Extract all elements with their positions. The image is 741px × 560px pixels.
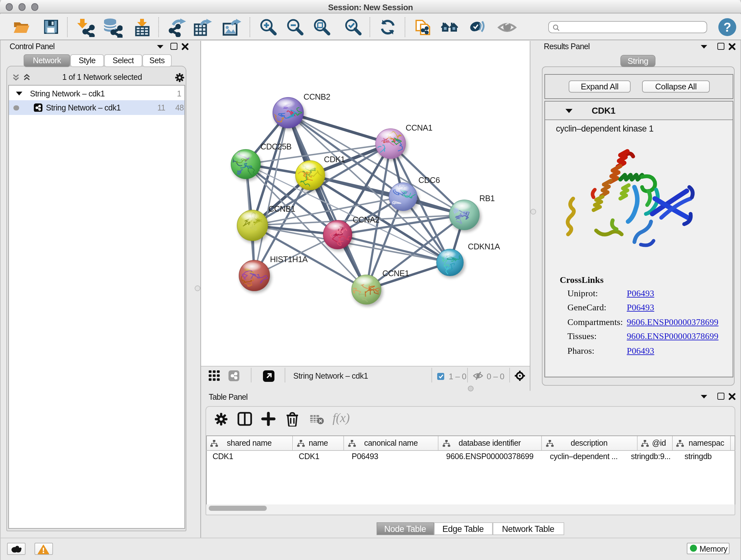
svg-text:CCNA1: CCNA1 xyxy=(405,123,432,132)
svg-text:CDC6: CDC6 xyxy=(418,175,440,184)
svg-text:RB1: RB1 xyxy=(479,193,494,202)
svg-text:CCNE1: CCNE1 xyxy=(382,268,409,277)
svg-text:HIST1H1A: HIST1H1A xyxy=(270,254,307,263)
svg-text:CCNB2: CCNB2 xyxy=(303,92,330,101)
svg-text:CDC25B: CDC25B xyxy=(260,142,291,151)
svg-text:CDK1: CDK1 xyxy=(324,154,345,164)
svg-text:CDKN1A: CDKN1A xyxy=(468,242,500,251)
svg-text:?: ? xyxy=(724,20,731,34)
svg-text:CCNB1: CCNB1 xyxy=(268,204,295,213)
svg-text:CCNA2: CCNA2 xyxy=(352,215,379,224)
